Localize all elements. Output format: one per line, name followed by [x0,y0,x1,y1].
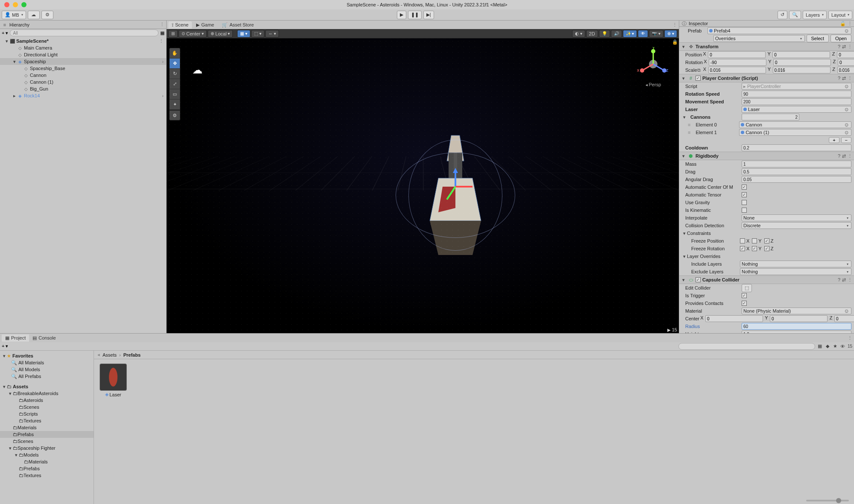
include-layers-dropdown[interactable]: Nothing [740,261,851,267]
breadcrumb-prefabs[interactable]: Prefabs [123,352,141,357]
height-input[interactable] [742,331,851,333]
rot-y[interactable] [773,59,831,66]
hand-tool[interactable]: ✋ [170,48,180,59]
overrides-dropdown[interactable]: Overrides [713,35,805,42]
space-mode[interactable]: ⊕ Local ▾ [208,30,233,38]
draw-mode[interactable]: ◐ ▾ [572,30,585,38]
auto-tensor-checkbox[interactable] [742,192,747,197]
folder-prefabs2[interactable]: 🗀Prefabs [0,465,94,472]
pos-y[interactable] [772,51,830,58]
projection-label[interactable]: ◂ Persp [636,82,670,87]
breadcrumb-assets[interactable]: Assets [103,352,117,357]
hierarchy-item-cannon1[interactable]: ◇Cannon (1) [0,79,166,85]
gizmos-toggle[interactable]: ⊕ ▾ [664,30,677,38]
scene-vis-toggle[interactable]: 👁 [638,30,648,38]
scene-viewport[interactable]: ✋ ✥ ↻ ⤢ ▭ ✦ ⚙ ☁ [167,38,679,333]
window-close-button[interactable] [4,2,9,7]
hierarchy-menu[interactable]: ⋮ [160,22,164,27]
hierarchy-item-camera[interactable]: ◇Main Camera [0,44,166,51]
fav-all-models[interactable]: 🔍All Models [0,366,94,373]
scale-y[interactable] [773,67,831,73]
provides-contacts-checkbox[interactable] [742,301,747,306]
settings-button[interactable]: ⚙ [41,11,53,19]
tab-project[interactable]: ▦Project [2,334,29,342]
component-menu[interactable]: ⋮ [848,44,852,50]
scene-menu[interactable]: ⋮ [159,38,166,44]
rigidbody-header[interactable]: ▾ ⬢ Rigidbody ?⇄⋮ [679,152,854,160]
search-button[interactable]: 🔍 [789,11,801,19]
folder-prefabs[interactable]: 🗀Prefabs [0,431,94,438]
folder-spaceship-fighter[interactable]: ▾🗀Spaceship Fighter [0,445,94,451]
auto-com-checkbox[interactable] [742,185,747,190]
window-minimize-button[interactable] [13,2,18,7]
transform-tool[interactable]: ✦ [170,100,180,110]
folder-breakable[interactable]: ▾🗀BreakableAsteroids [0,390,94,397]
pos-z[interactable] [837,51,854,58]
hierarchy-item-rock[interactable]: ▸◈Rock14› [0,92,166,99]
folder-textures2[interactable]: 🗀Textures [0,472,94,479]
project-create-dropdown[interactable]: + ▾ [2,343,8,349]
scene-root[interactable]: ▾ ⬛ SampleScene* ⋮ [0,38,166,44]
center-z[interactable] [834,315,854,322]
open-prefab-icon[interactable]: › [162,59,166,64]
rot-x[interactable] [709,59,766,66]
laser-field[interactable]: Laser⊙ [742,106,851,113]
tab-asset-store[interactable]: 🛒Asset Store [218,21,257,29]
mass-input[interactable] [742,161,851,167]
freeze-pos-x[interactable] [740,238,745,243]
component-enable-checkbox[interactable] [696,277,701,282]
hierarchy-item-light[interactable]: ◇Directional Light [0,51,166,58]
folder-scenes[interactable]: 🗀Scenes [0,404,94,410]
transform-header[interactable]: ▾ ✥ Transform ?⇄⋮ [679,42,854,51]
folder-materials[interactable]: 🗀Materials [0,424,94,431]
center-x[interactable] [705,315,763,322]
folder-models[interactable]: ▾🗀Models [0,451,94,458]
scale-tool[interactable]: ⤢ [170,79,180,89]
center-y[interactable] [770,315,828,322]
create-dropdown[interactable]: + ▾ [2,30,8,36]
rotation-speed-input[interactable] [742,91,851,97]
hierarchy-item-base[interactable]: ◇Spaceship_Base [0,65,166,72]
camera-settings[interactable]: 📷 ▾ [649,30,663,38]
grid-snap-toggle[interactable]: ▦ ▾ [237,30,250,38]
audio-toggle[interactable]: 🔊 [611,30,622,38]
array-add-button[interactable]: + [829,137,839,143]
lock-icon[interactable]: 🔒 [672,39,678,45]
scale-x[interactable] [708,67,766,73]
scene-picker-icon[interactable]: ▦ [160,30,164,36]
freeze-rot-y[interactable] [752,246,757,251]
inspector-menu[interactable]: ⋮ [848,21,852,26]
foldout-icon[interactable]: ▾ [4,38,9,44]
object-picker-icon[interactable]: ⊙ [843,28,850,34]
freeze-rot-x[interactable] [740,246,745,251]
element1-field[interactable]: Cannon (1)⊙ [739,129,851,136]
player-controller-header[interactable]: ▾ # Player Controller (Script) ?⇄⋮ [679,74,854,82]
drag-input[interactable] [742,168,851,175]
fav-all-materials[interactable]: 🔍All Materials [0,359,94,366]
custom-tool[interactable]: ⚙ [170,110,180,120]
slider-thumb[interactable] [836,498,841,503]
hidden-packages-icon[interactable]: 👁 [840,343,846,349]
radius-input[interactable] [742,323,851,330]
layout-dropdown[interactable]: Layout [828,11,852,19]
collision-dropdown[interactable]: Discrete [742,222,851,229]
save-search-icon[interactable]: ★ [832,343,838,349]
freeze-pos-y[interactable] [752,238,757,243]
tabs-menu[interactable]: ⋮ [672,22,677,28]
rot-z[interactable] [838,59,854,66]
link-icon[interactable]: ⧉ [697,67,702,73]
select-button[interactable]: Select [807,35,829,42]
tab-console[interactable]: ▤Console [29,334,59,342]
rect-tool[interactable]: ▭ [170,89,180,100]
hierarchy-item-cannon[interactable]: ◇Cannon [0,72,166,79]
assets-header[interactable]: ▾🗀Assets [0,383,94,390]
thumbnail-size-slider[interactable] [806,500,849,501]
snap-increment[interactable]: ⬚ ▾ [251,30,264,38]
gravity-checkbox[interactable] [742,200,747,205]
inspector-lock[interactable]: 🔓 [840,21,846,26]
search-by-type-icon[interactable]: ▦ [817,343,823,349]
edit-collider-button[interactable]: ⬚ [742,284,752,292]
element0-field[interactable]: Cannon⊙ [739,121,851,128]
2d-toggle[interactable]: 2D [586,30,598,38]
cloud-button[interactable]: ☁ [28,11,40,19]
